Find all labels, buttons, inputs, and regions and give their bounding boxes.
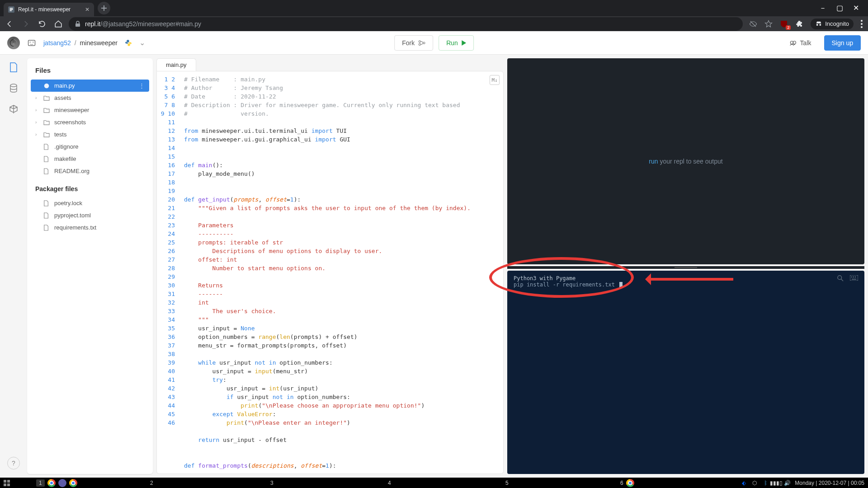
- browser-menu-icon[interactable]: [861, 20, 863, 28]
- address-bar[interactable]: repl.it/@jatsang52/minesweeper#main.py: [69, 17, 743, 31]
- file-item-README-org[interactable]: README.org: [31, 165, 149, 177]
- back-icon[interactable]: [5, 20, 14, 28]
- file-icon: [43, 156, 51, 162]
- file-name: requirements.txt: [54, 224, 96, 231]
- workspace-4[interactable]: 4: [388, 480, 391, 486]
- file-item-poetry-lock[interactable]: poetry.lock: [31, 197, 149, 209]
- workspace-2[interactable]: 2: [150, 480, 153, 486]
- file-item-minesweeper[interactable]: ›minesweeper: [31, 104, 149, 116]
- files-rail-icon[interactable]: [8, 62, 19, 73]
- markdown-toggle-icon[interactable]: M↓: [490, 75, 500, 85]
- terminal-keyboard-icon[interactable]: [850, 275, 858, 282]
- file-item-makefile[interactable]: makefile: [31, 153, 149, 165]
- fork-button[interactable]: Fork: [394, 35, 433, 51]
- svg-point-7: [29, 42, 31, 43]
- output-run-word: run: [649, 158, 658, 165]
- svg-point-4: [861, 26, 863, 28]
- tab-title: Repl.it - minesweeper: [18, 6, 71, 13]
- tab-close-icon[interactable]: ✕: [85, 6, 90, 13]
- forward-icon[interactable]: [22, 20, 30, 28]
- incognito-badge[interactable]: Incognito: [811, 19, 854, 29]
- language-icon[interactable]: [124, 38, 133, 47]
- editor-tab-main[interactable]: main.py: [156, 58, 196, 71]
- file-name: .gitignore: [54, 143, 78, 150]
- wifi-icon[interactable]: ▮▮▮▯: [773, 480, 779, 486]
- emacs-icon[interactable]: [58, 479, 66, 487]
- ublock-icon[interactable]: [780, 20, 788, 28]
- file-icon: [43, 225, 51, 231]
- talk-button[interactable]: Talk: [782, 36, 819, 50]
- expand-icon[interactable]: ›: [35, 95, 40, 100]
- file-item-main-py[interactable]: main.py⋮: [31, 80, 149, 92]
- svg-rect-19: [853, 277, 854, 277]
- dropbox-icon[interactable]: ⬖: [741, 480, 747, 486]
- nav-rail: ?: [4, 58, 24, 474]
- file-item-assets[interactable]: ›assets: [31, 92, 149, 104]
- file-icon: [43, 168, 51, 174]
- browser-tab-strip: Repl.it - minesweeper ✕ － ▢ ✕: [0, 0, 868, 16]
- extensions-icon[interactable]: [795, 20, 803, 28]
- folder-icon: [43, 108, 51, 113]
- output-pane: run your repl to see output: [507, 58, 864, 264]
- packager-title: Packager files: [31, 177, 149, 197]
- file-name: assets: [54, 94, 71, 101]
- workspace-5[interactable]: 5: [505, 480, 509, 486]
- file-menu-icon[interactable]: ⋮: [139, 82, 145, 89]
- window-controls: － ▢ ✕: [819, 4, 864, 13]
- terminal-search-icon[interactable]: [837, 275, 844, 282]
- reload-icon[interactable]: [38, 20, 46, 28]
- workspace-icon[interactable]: [26, 38, 37, 48]
- new-tab-button[interactable]: [98, 2, 110, 14]
- file-item-pyproject-toml[interactable]: pyproject.toml: [31, 209, 149, 221]
- terminal-resize-handle[interactable]: [507, 266, 864, 269]
- svg-rect-21: [852, 279, 856, 280]
- code-editor[interactable]: 1 2 3 4 5 6 7 8 9 10 11 12 13 14 15 16 1…: [156, 71, 504, 474]
- expand-icon[interactable]: ›: [35, 120, 40, 125]
- svg-rect-22: [4, 480, 6, 483]
- workspace-1[interactable]: 1: [36, 479, 45, 487]
- file-icon: [43, 200, 51, 206]
- signup-button[interactable]: Sign up: [824, 35, 861, 51]
- terminal-pane[interactable]: Python3 with Pygame pip install -r requi…: [507, 271, 864, 474]
- close-window-icon[interactable]: ✕: [853, 4, 859, 13]
- url-path: /@jatsang52/minesweeper#main.py: [100, 20, 201, 28]
- workspace-6[interactable]: 6: [620, 480, 623, 486]
- svg-rect-1: [75, 23, 80, 27]
- chevron-down-icon[interactable]: ⌄: [139, 38, 145, 47]
- expand-icon[interactable]: ›: [35, 132, 40, 137]
- file-item-screenshots[interactable]: ›screenshots: [31, 116, 149, 128]
- tab-favicon: [8, 6, 14, 13]
- breadcrumb-user[interactable]: jatsang52: [43, 39, 71, 47]
- eye-off-icon[interactable]: [749, 20, 757, 28]
- svg-rect-23: [7, 480, 10, 483]
- file-name: minesweeper: [54, 107, 89, 113]
- run-button[interactable]: Run: [439, 35, 474, 51]
- apps-icon[interactable]: [4, 480, 10, 486]
- chrome-icon-3[interactable]: [626, 479, 634, 487]
- svg-rect-20: [855, 277, 856, 277]
- tray-icon-2[interactable]: ⬡: [751, 480, 758, 486]
- packages-rail-icon[interactable]: [8, 103, 19, 114]
- expand-icon[interactable]: ›: [35, 108, 40, 113]
- minimize-icon[interactable]: －: [819, 4, 826, 13]
- file-item--gitignore[interactable]: .gitignore: [31, 141, 149, 153]
- database-rail-icon[interactable]: [8, 83, 19, 94]
- maximize-icon[interactable]: ▢: [836, 4, 843, 13]
- help-button[interactable]: ?: [7, 457, 20, 469]
- chrome-icon[interactable]: [47, 479, 56, 487]
- star-icon[interactable]: [764, 20, 773, 28]
- chrome-icon-2[interactable]: [69, 479, 77, 487]
- svg-rect-24: [4, 483, 6, 486]
- file-name: makefile: [54, 155, 76, 162]
- home-icon[interactable]: [54, 20, 62, 28]
- file-name: tests: [54, 131, 66, 138]
- code-content[interactable]: # Filename : main.py # Author : Jeremy T…: [179, 71, 503, 474]
- taskbar-datetime[interactable]: Monday | 2020-12-07 | 00:05: [795, 480, 864, 486]
- workspace-3[interactable]: 3: [270, 480, 274, 486]
- bluetooth-icon[interactable]: ᛒ: [762, 480, 769, 486]
- browser-tab[interactable]: Repl.it - minesweeper ✕: [4, 3, 94, 16]
- replit-logo-icon[interactable]: [7, 37, 20, 49]
- file-item-requirements-txt[interactable]: requirements.txt: [31, 221, 149, 234]
- file-item-tests[interactable]: ›tests: [31, 128, 149, 141]
- volume-icon[interactable]: 🔊: [784, 480, 790, 486]
